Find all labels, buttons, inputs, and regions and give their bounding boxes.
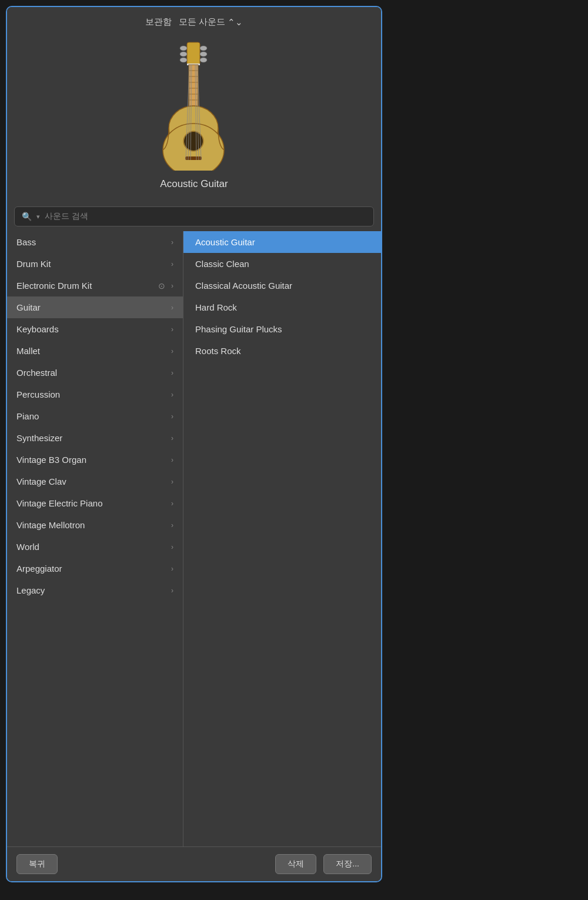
sidebar-item-keyboards[interactable]: Keyboards›: [7, 318, 183, 340]
chevron-right-icon: ›: [171, 260, 173, 268]
chevron-right-icon: ›: [171, 478, 173, 486]
sidebar-item-bass[interactable]: Bass›: [7, 231, 183, 253]
sounds-dropdown[interactable]: 모든 사운드 ⌃⌄: [179, 16, 243, 28]
chevron-right-icon: ›: [171, 434, 173, 442]
subcategory-item-classical-acoustic-guitar[interactable]: Classical Acoustic Guitar: [183, 275, 381, 296]
chevron-right-icon: ›: [171, 347, 173, 355]
sidebar-item-orchestral[interactable]: Orchestral›: [7, 362, 183, 384]
subcategory-item-roots-rock[interactable]: Roots Rock: [183, 340, 381, 362]
save-button[interactable]: 저장...: [323, 854, 372, 874]
category-label: Vintage B3 Organ: [16, 455, 86, 465]
delete-button[interactable]: 삭제: [275, 854, 316, 874]
sounds-label: 모든 사운드: [179, 16, 225, 28]
download-icon: ⊙: [158, 281, 165, 291]
dropdown-chevron-icon: ⌃⌄: [228, 17, 243, 28]
sidebar-item-vintage-b3-organ[interactable]: Vintage B3 Organ›: [7, 449, 183, 471]
svg-rect-0: [187, 42, 200, 65]
sidebar-item-drum-kit[interactable]: Drum Kit›: [7, 253, 183, 275]
sidebar-item-vintage-mellotron[interactable]: Vintage Mellotron›: [7, 514, 183, 536]
chevron-right-icon: ›: [171, 304, 173, 312]
sidebar-item-vintage-clav[interactable]: Vintage Clav›: [7, 471, 183, 492]
subcategory-item-classic-clean[interactable]: Classic Clean: [183, 253, 381, 275]
search-dropdown-icon: ▾: [36, 213, 40, 221]
search-icon: 🔍: [22, 212, 32, 221]
chevron-right-icon: ›: [171, 369, 173, 377]
revert-button[interactable]: 복귀: [16, 854, 58, 874]
category-label: Vintage Clav: [16, 476, 66, 486]
chevron-right-icon: ›: [171, 238, 173, 246]
chevron-right-icon: ›: [171, 565, 173, 573]
category-label: Vintage Electric Piano: [16, 498, 102, 508]
svg-point-5: [200, 52, 207, 56]
svg-point-2: [180, 52, 187, 56]
footer: 복귀 삭제 저장...: [7, 846, 381, 881]
category-label: Piano: [16, 411, 39, 421]
category-label: Bass: [16, 237, 36, 247]
chevron-right-icon: ›: [171, 586, 173, 595]
instrument-name-label: Acoustic Guitar: [160, 178, 228, 190]
sidebar-item-legacy[interactable]: Legacy›: [7, 579, 183, 601]
instrument-panel: 보관함 모든 사운드 ⌃⌄: [6, 6, 382, 882]
category-label: Synthesizer: [16, 433, 62, 443]
category-label: Arpeggiator: [16, 564, 62, 574]
instrument-image: [135, 38, 253, 174]
chevron-right-icon: ›: [171, 543, 173, 551]
svg-point-1: [180, 46, 187, 51]
svg-point-4: [200, 46, 207, 51]
instrument-display: Acoustic Guitar: [7, 32, 381, 202]
library-label: 보관함: [145, 16, 172, 28]
content-area: Bass›Drum Kit›Electronic Drum Kit⊙›Guita…: [7, 231, 381, 846]
sidebar-item-vintage-electric-piano[interactable]: Vintage Electric Piano›: [7, 492, 183, 514]
search-bar[interactable]: 🔍 ▾ 사운드 검색: [14, 206, 374, 226]
chevron-right-icon: ›: [171, 412, 173, 421]
sidebar-item-arpeggiator[interactable]: Arpeggiator›: [7, 558, 183, 579]
category-label: Guitar: [16, 302, 41, 312]
sidebar-item-world[interactable]: World›: [7, 536, 183, 558]
category-label: World: [16, 542, 39, 552]
chevron-right-icon: ›: [171, 391, 173, 399]
category-label: Orchestral: [16, 368, 57, 378]
svg-rect-22: [185, 156, 202, 160]
svg-point-3: [180, 58, 187, 62]
chevron-right-icon: ›: [171, 325, 173, 334]
footer-center-buttons: 삭제 저장...: [275, 854, 372, 874]
guitar-svg: [147, 41, 241, 171]
chevron-right-icon: ›: [171, 282, 173, 290]
chevron-right-icon: ›: [171, 499, 173, 508]
sidebar-item-electronic-drum-kit[interactable]: Electronic Drum Kit⊙›: [7, 275, 183, 296]
sidebar-item-percussion[interactable]: Percussion›: [7, 384, 183, 405]
category-label: Mallet: [16, 346, 40, 356]
chevron-right-icon: ›: [171, 456, 173, 464]
category-label: Legacy: [16, 585, 45, 595]
subcategory-item-phasing-guitar-plucks[interactable]: Phasing Guitar Plucks: [183, 318, 381, 340]
panel-header: 보관함 모든 사운드 ⌃⌄: [7, 7, 381, 32]
svg-point-6: [200, 58, 207, 62]
category-label: Electronic Drum Kit: [16, 281, 92, 291]
subcategory-item-acoustic-guitar[interactable]: Acoustic Guitar: [183, 231, 381, 253]
category-label: Drum Kit: [16, 259, 51, 269]
category-label: Vintage Mellotron: [16, 520, 85, 530]
category-label: Keyboards: [16, 324, 59, 334]
chevron-right-icon: ›: [171, 521, 173, 529]
sidebar-item-mallet[interactable]: Mallet›: [7, 340, 183, 362]
sidebar-item-synthesizer[interactable]: Synthesizer›: [7, 427, 183, 449]
subcategory-list: Acoustic GuitarClassic CleanClassical Ac…: [183, 231, 381, 846]
sidebar-item-guitar[interactable]: Guitar›: [7, 296, 183, 318]
subcategory-item-hard-rock[interactable]: Hard Rock: [183, 296, 381, 318]
category-label: Percussion: [16, 389, 60, 399]
search-placeholder: 사운드 검색: [45, 211, 88, 222]
category-list: Bass›Drum Kit›Electronic Drum Kit⊙›Guita…: [7, 231, 183, 846]
sidebar-item-piano[interactable]: Piano›: [7, 405, 183, 427]
